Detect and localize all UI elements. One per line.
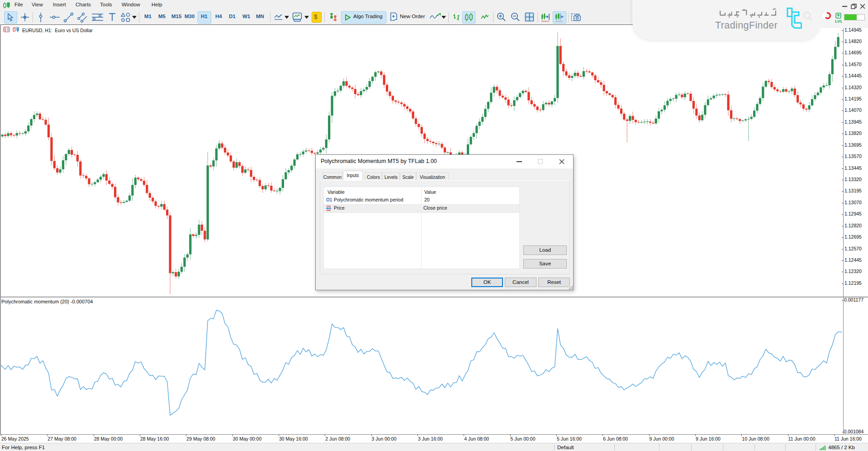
svg-text:LVL: LVL (835, 19, 842, 23)
